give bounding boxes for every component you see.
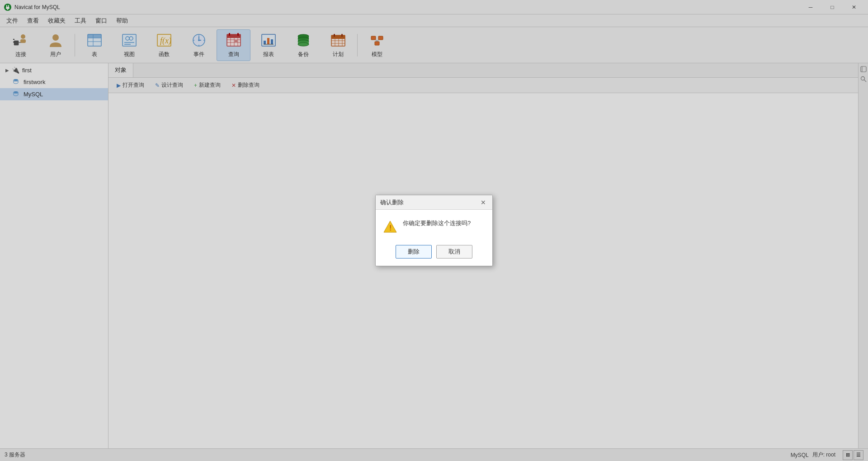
modal-title: 确认删除 xyxy=(380,198,404,207)
warning-icon: ! xyxy=(383,220,397,234)
modal-close-button[interactable]: ✕ xyxy=(479,198,488,207)
confirm-delete-button[interactable]: 删除 xyxy=(396,245,432,259)
modal-body: ! 你确定要删除这个连接吗? xyxy=(376,210,492,241)
svg-text:!: ! xyxy=(389,224,392,232)
modal-footer: 删除 取消 xyxy=(376,241,492,266)
modal-title-bar: 确认删除 ✕ xyxy=(376,195,492,210)
modal-message: 你确定要删除这个连接吗? xyxy=(403,219,485,228)
confirm-delete-dialog: 确认删除 ✕ ! 你确定要删除这个连接吗? 删除 取消 xyxy=(375,195,493,266)
cancel-button[interactable]: 取消 xyxy=(436,245,472,259)
modal-overlay: 确认删除 ✕ ! 你确定要删除这个连接吗? 删除 取消 xyxy=(0,0,868,461)
